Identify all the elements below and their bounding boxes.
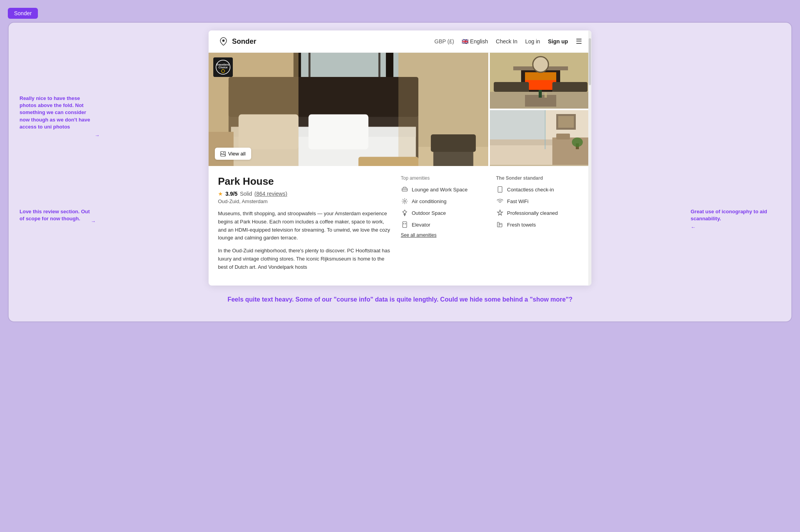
gallery-side-bottom-photo[interactable] <box>490 110 591 166</box>
scrollbar[interactable] <box>588 30 591 286</box>
gallery-main-photo[interactable]: Travellers' Choice View all <box>209 53 488 166</box>
annotation-top-left: Really nice to have these photos above t… <box>20 95 92 130</box>
navbar-right: GBP (£) 🇬🇧 English Check In Log in Sign … <box>434 37 582 46</box>
browser-container: Really nice to have these photos above t… <box>8 22 792 322</box>
svg-point-0 <box>222 39 225 42</box>
svg-text:Travellers': Travellers' <box>216 63 230 66</box>
living-illustration <box>490 110 591 166</box>
travellers-choice-badge: Travellers' Choice <box>213 57 233 77</box>
svg-rect-50 <box>558 116 574 128</box>
svg-point-37 <box>533 57 548 72</box>
svg-rect-31 <box>525 80 556 90</box>
svg-rect-48 <box>556 134 570 139</box>
lounge-icon <box>401 186 409 193</box>
gallery-side-top-photo[interactable] <box>490 53 591 109</box>
svg-rect-53 <box>545 110 546 149</box>
property-main-info: Park House ★ 3.9/5 Solid (864 reviews) O… <box>218 175 391 276</box>
website-frame: Sonder GBP (£) 🇬🇧 English Check In Log i… <box>209 30 591 286</box>
amenities-title: Top amenities <box>401 175 487 181</box>
svg-rect-40 <box>539 90 542 98</box>
svg-rect-36 <box>552 82 588 92</box>
gallery-side-photos <box>490 53 591 166</box>
svg-rect-58 <box>403 222 407 228</box>
property-description-2: In the Oud-Zuid neighborhood, there's pl… <box>218 247 391 271</box>
svg-text:Choice: Choice <box>218 66 227 69</box>
aircon-icon <box>401 197 409 205</box>
svg-rect-47 <box>552 137 591 165</box>
navbar: Sonder GBP (£) 🇬🇧 English Check In Log i… <box>209 30 591 53</box>
elevator-icon <box>401 221 409 229</box>
amenity-elevator: Elevator <box>401 221 487 229</box>
standard-cleaned: Professionally cleaned <box>496 209 582 217</box>
menu-icon[interactable]: ☰ <box>576 37 582 46</box>
see-all-amenities-link[interactable]: See all amenities <box>401 232 487 238</box>
svg-point-26 <box>223 152 224 153</box>
bottom-annotation: Feels quite text heavy. Some of our "cou… <box>16 286 784 314</box>
lounge-illustration <box>490 53 591 109</box>
checkin-link[interactable]: Check In <box>496 38 517 45</box>
scrollbar-thumb[interactable] <box>589 38 591 85</box>
signup-button[interactable]: Sign up <box>548 38 568 45</box>
svg-point-52 <box>572 137 583 147</box>
amenities-section: Top amenities Lounge and Work Space Air … <box>401 175 487 276</box>
standard-checkin: Contactless check-in <box>496 186 582 193</box>
svg-rect-35 <box>494 82 529 92</box>
sonder-standard-section: The Sonder standard Contactless check-in… <box>496 175 582 276</box>
badge-icon: Travellers' Choice <box>215 59 231 75</box>
standard-towels: Fresh towels <box>496 221 582 229</box>
language-selector[interactable]: 🇬🇧 English <box>462 38 488 45</box>
svg-rect-61 <box>497 222 499 227</box>
amenity-aircon: Air conditioning <box>401 197 487 205</box>
rating-score: 3.9/5 <box>225 191 238 197</box>
browser-tab[interactable]: Sonder <box>8 8 38 19</box>
property-location: Oud-Zuid, Amsterdam <box>218 198 391 204</box>
annotation-arrow-photos: → <box>95 132 100 139</box>
sonder-standard-title: The Sonder standard <box>496 175 582 181</box>
login-link[interactable]: Log in <box>525 38 540 45</box>
image-icon <box>220 151 226 157</box>
property-content: Park House ★ 3.9/5 Solid (864 reviews) O… <box>209 166 591 286</box>
rating-row: ★ 3.9/5 Solid (864 reviews) <box>218 191 391 197</box>
annotation-bottom-left: Love this review section. Out of scope f… <box>20 208 92 222</box>
annotation-top-right: Great use of iconography to aid scannabi… <box>691 208 780 231</box>
reviews-link[interactable]: (864 reviews) <box>254 191 287 197</box>
amenity-lounge: Lounge and Work Space <box>401 186 487 193</box>
annotation-arrow-reviews: → <box>91 218 96 225</box>
svg-rect-41 <box>545 93 547 98</box>
rating-label: Solid <box>240 191 252 197</box>
towels-icon <box>496 221 504 229</box>
svg-point-56 <box>404 200 406 202</box>
svg-rect-14 <box>309 114 368 150</box>
property-description-1: Museums, thrift shopping, and stroopwafe… <box>218 210 391 242</box>
photo-gallery: Travellers' Choice View all <box>209 53 591 166</box>
svg-rect-46 <box>490 139 552 145</box>
property-name: Park House <box>218 175 391 187</box>
star-icon: ★ <box>218 191 223 197</box>
view-all-button[interactable]: View all <box>215 148 251 160</box>
flag-icon: 🇬🇧 <box>462 38 468 45</box>
amenity-outdoor: Outdoor Space <box>401 209 487 217</box>
checkin-icon <box>496 186 504 193</box>
logo-icon <box>218 36 229 47</box>
cleaned-icon <box>496 209 504 217</box>
svg-point-24 <box>221 70 225 73</box>
site-logo[interactable]: Sonder <box>218 36 256 47</box>
currency-selector[interactable]: GBP (£) <box>434 38 454 45</box>
outdoor-icon <box>401 209 409 217</box>
standard-wifi: Fast WiFi <box>496 197 582 205</box>
wifi-icon <box>496 197 504 205</box>
svg-rect-20 <box>431 134 476 152</box>
